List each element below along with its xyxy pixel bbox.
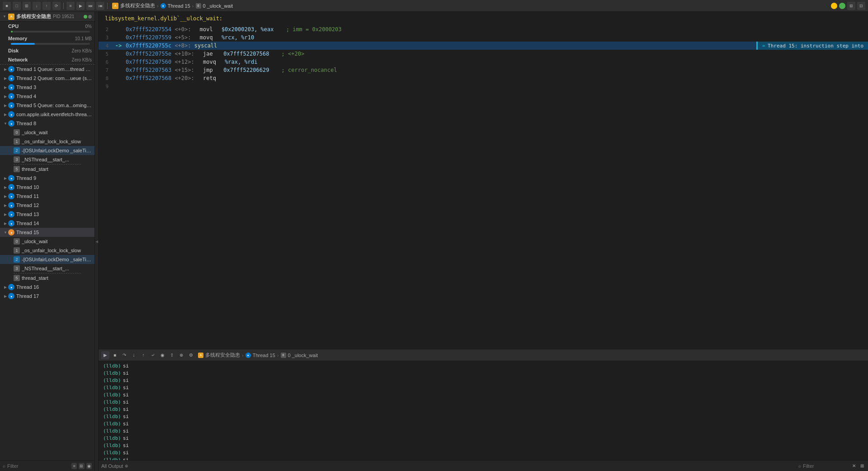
console-filter-input[interactable]: [803, 463, 848, 469]
console-btn-gear[interactable]: ⚙: [187, 351, 195, 359]
thread8-frame-2[interactable]: 2 -[OSUnfairLockDemo _saleTicket]: [0, 146, 94, 155]
app-expand-arrow[interactable]: [3, 14, 8, 19]
thread15-frame-0[interactable]: 0 _ulock_wait: [0, 237, 94, 246]
toolbar-btn-7[interactable]: ≡: [66, 2, 75, 10]
thread14-label: Thread 14: [16, 221, 39, 226]
toolbar-btn-3[interactable]: ⊞: [23, 2, 31, 10]
breadcrumb-thread[interactable]: Thread 15: [168, 3, 190, 9]
console-cmd-5: si: [123, 392, 129, 398]
thread13-arrow[interactable]: [3, 212, 8, 217]
console-btn-inspect[interactable]: ⊕: [177, 351, 185, 359]
console-btn-return[interactable]: ⤶: [149, 351, 157, 359]
toolbar-btn-1[interactable]: ■: [3, 2, 11, 10]
thread8-frame-0[interactable]: 0 _ulock_wait: [0, 128, 94, 137]
sidebar-thread-17[interactable]: ● Thread 17: [0, 292, 94, 301]
sidebar-network[interactable]: Network Zero KB/s: [0, 55, 94, 64]
thread8-arrow[interactable]: [3, 121, 8, 126]
toolbar-btn-2[interactable]: □: [13, 2, 21, 10]
console-clear-btn[interactable]: ✕: [851, 463, 857, 469]
toolbar-btn-8[interactable]: ▶: [76, 2, 85, 10]
breadcrumb-frame[interactable]: 0 _ulock_wait: [203, 3, 233, 9]
console-filter-icon: ⌕: [798, 463, 801, 468]
thread11-arrow[interactable]: [3, 193, 8, 199]
console-btn-share[interactable]: ⇧: [168, 351, 176, 359]
console-prompt-6: (lldb): [103, 399, 121, 405]
step-tooltip-text: Thread 15: instruction step into: [768, 43, 863, 49]
console-settings-btn[interactable]: ⊞: [859, 463, 865, 469]
console-output[interactable]: (lldb) si (lldb) si (lldb) si (lldb) si …: [99, 361, 868, 460]
thread15-frame-1[interactable]: 1 _os_unfair_lock_lock_slow: [0, 246, 94, 255]
thread15-frame-3[interactable]: 3 _NSThread__start_...: [0, 264, 94, 273]
console-btn-stepover[interactable]: ↷: [120, 351, 128, 359]
uikit-arrow[interactable]: [3, 112, 8, 117]
sidebar-thread-10[interactable]: ● Thread 10: [0, 183, 94, 192]
sidebar-filter-input[interactable]: [7, 463, 70, 469]
console-bc-app[interactable]: 多线程安全隐患: [205, 352, 240, 358]
sidebar-thread-2[interactable]: ● Thread 2 Queue: com....ueue (serial): [0, 74, 94, 83]
thread3-arrow[interactable]: [3, 85, 8, 90]
sidebar-collapse-tab[interactable]: ◀: [95, 12, 99, 471]
thread8-frame-5[interactable]: 5 thread_start: [0, 165, 94, 174]
sidebar-thread-3[interactable]: ● Thread 3: [0, 83, 94, 92]
sidebar-thread-9[interactable]: ● Thread 9: [0, 174, 94, 183]
sidebar-thread-15[interactable]: ● Thread 15: [0, 228, 94, 237]
thread5-arrow[interactable]: [3, 103, 8, 108]
thread2-arrow[interactable]: [3, 75, 8, 81]
thread16-arrow[interactable]: [3, 284, 8, 290]
code-area[interactable]: libsystem_kernel.dylib`__ulock_wait: 2 0…: [99, 12, 868, 349]
toolbar-sep-1: [63, 3, 64, 9]
sidebar-thread-8[interactable]: ● Thread 8: [0, 119, 94, 128]
cpu-bar-container: [0, 31, 94, 34]
thread15-frame-2[interactable]: 2 -[OSUnfairLockDemo _saleTicket]: [0, 255, 94, 264]
toolbar-expand-btn[interactable]: ⊞: [847, 2, 855, 10]
toolbar-btn-6[interactable]: ⟳: [52, 2, 61, 10]
sidebar-thread-16[interactable]: ● Thread 16: [0, 283, 94, 292]
thread8-frame-3[interactable]: 3 _NSThread__start_...: [0, 155, 94, 164]
console-bc-sep1: ›: [242, 353, 244, 358]
thread9-arrow[interactable]: [3, 175, 8, 181]
console-bc-thread[interactable]: Thread 15: [253, 353, 275, 358]
breadcrumb-app[interactable]: 多线程安全隐患: [120, 2, 155, 9]
thread15-frame-5[interactable]: 5 thread_start: [0, 273, 94, 283]
toolbar-btn-10[interactable]: ⏮: [96, 2, 104, 10]
console-btn-stepout[interactable]: ↑: [139, 351, 147, 359]
console-btn-breakpoint[interactable]: ◉: [158, 351, 166, 359]
thread10-arrow[interactable]: [3, 184, 8, 190]
app-status-dot2: [88, 15, 92, 19]
thread1-arrow[interactable]: [3, 66, 8, 72]
toolbar-split-btn[interactable]: ⊟: [857, 2, 865, 10]
sidebar-filter-btn3[interactable]: ◉: [86, 463, 92, 469]
sidebar-scroll[interactable]: A 多线程安全隐患 PID 19521 CPU 0% Memory: [0, 12, 94, 460]
sidebar-thread-5[interactable]: ● Thread 5 Queue: com.a...oming (serial): [0, 101, 94, 110]
sidebar-disk[interactable]: Disk Zero KB/s: [0, 46, 94, 55]
thread15-label: Thread 15: [16, 230, 39, 235]
console-btn-stepinto[interactable]: ↓: [130, 351, 138, 359]
thread17-arrow[interactable]: [3, 293, 8, 299]
toolbar-btn-5[interactable]: ↑: [42, 2, 51, 10]
console-btn-stop[interactable]: ■: [111, 351, 119, 359]
toolbar-btn-4[interactable]: ↓: [33, 2, 41, 10]
memory-label: Memory: [8, 36, 27, 41]
sidebar-filter-btn2[interactable]: ⊞: [79, 463, 84, 469]
sidebar-thread-13[interactable]: ● Thread 13: [0, 210, 94, 219]
thread8-frame-1[interactable]: 1 _os_unfair_lock_lock_slow: [0, 137, 94, 146]
sidebar-thread-4[interactable]: ● Thread 4: [0, 92, 94, 101]
toolbar-btn-9[interactable]: ⏭: [86, 2, 94, 10]
thread4-arrow[interactable]: [3, 94, 8, 99]
console-btn-play[interactable]: ▶: [101, 351, 109, 359]
sidebar-cpu[interactable]: CPU 0%: [0, 22, 94, 31]
sidebar-filter-btn1[interactable]: ≡: [71, 463, 77, 469]
sidebar-memory[interactable]: Memory 10.1 MB: [0, 34, 94, 43]
sidebar-uikit[interactable]: ● com.apple.uikit.eventfetch-thread (6): [0, 110, 94, 119]
sidebar-thread-1[interactable]: ● Thread 1 Queue: com....thread (serial): [0, 65, 94, 74]
thread2-icon: ●: [8, 75, 14, 81]
app-header[interactable]: A 多线程安全隐患 PID 19521: [0, 12, 94, 22]
thread12-icon: ●: [8, 202, 14, 208]
sidebar-thread-11[interactable]: ● Thread 11: [0, 192, 94, 201]
thread14-arrow[interactable]: [3, 221, 8, 226]
thread15-arrow[interactable]: [3, 230, 8, 235]
thread12-arrow[interactable]: [3, 203, 8, 208]
sidebar-thread-14[interactable]: ● Thread 14: [0, 219, 94, 228]
sidebar-thread-12[interactable]: ● Thread 12: [0, 201, 94, 210]
console-bc-frame[interactable]: 0 _ulock_wait: [288, 353, 318, 358]
